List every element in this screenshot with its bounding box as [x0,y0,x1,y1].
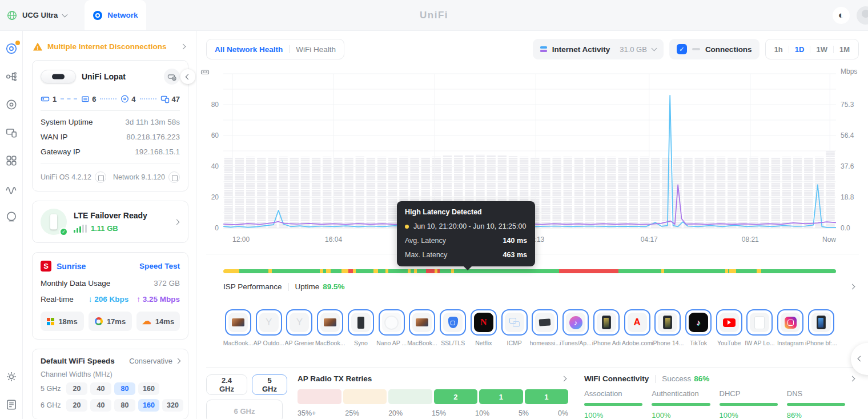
tab-network[interactable]: Network [85,0,146,30]
client-icon-box[interactable] [716,309,742,336]
client-item[interactable]: SSL/TLS [438,309,468,346]
theme-toggle-button[interactable]: ◐ [833,7,850,24]
channel-width-option[interactable]: 80 [114,399,135,412]
client-item[interactable]: MacBook... [223,309,253,346]
isp-performance-bar[interactable] [223,269,836,273]
release-notes-icon[interactable] [95,171,106,183]
info-label: Gateway IP [41,147,81,156]
range-1d[interactable]: 1D [789,45,810,54]
activity-bars-icon [540,46,547,52]
channel-width-option[interactable]: 160 [138,382,159,395]
client-icon-box[interactable] [225,309,251,336]
client-icon-box[interactable] [409,309,435,336]
client-icon-box[interactable] [379,309,405,336]
chevron-down-icon [651,46,657,51]
client-item[interactable]: homeassi... [530,309,560,346]
client-item[interactable]: AP Outdo... [254,309,284,346]
channel-width-option[interactable]: 160 [138,399,159,412]
ping-microsoft[interactable]: 18ms [41,312,84,331]
client-item[interactable]: TikTok [684,309,713,346]
divider [41,110,180,111]
gateway-settings-button[interactable] [164,69,180,85]
sidebar-item-unifi-devices[interactable] [5,98,18,111]
client-icon-box[interactable] [562,309,589,336]
client-icon-box[interactable] [685,309,712,336]
progress-bar [584,403,642,406]
sidebar-item-topology[interactable] [5,70,18,83]
ping-google[interactable]: 17ms [89,312,132,331]
internet-activity-selector[interactable]: Internet Activity 31.0 GB [533,39,664,59]
tab-wifi-health[interactable]: WiFi Health [296,45,336,54]
channel-width-option[interactable]: 20 [66,382,87,395]
lte-failover-card[interactable]: ✓ LTE Failover Ready 1.11 GB [32,201,188,243]
wifi-mode-button[interactable]: Conservative [129,357,180,365]
client-icon-box[interactable] [777,309,803,336]
range-1h[interactable]: 1h [769,45,789,54]
client-item[interactable]: MacBook... [407,309,437,346]
sidebar-item-system-log[interactable] [5,398,18,411]
band-6ghz-button[interactable]: 6 GHz [206,400,283,419]
ping-cloudflare[interactable]: ☁ 14ms [136,312,180,331]
channel-width-option[interactable]: 40 [90,399,111,412]
sidebar-item-clients[interactable] [5,126,18,139]
panel-collapse-button[interactable] [180,69,195,84]
client-item[interactable]: iPhone Adi [592,309,621,346]
client-icon-box[interactable] [593,309,620,336]
console-switcher[interactable]: UCG Ultra [0,0,85,30]
client-item[interactable]: Nano AP ... [377,309,407,346]
speed-test-button[interactable]: Speed Test [139,262,180,270]
realtime-label: Real-time [41,295,74,304]
band-2-4ghz-button[interactable]: 2.4 GHz [206,374,247,395]
client-item[interactable]: YouTube [714,309,744,346]
avatar[interactable] [857,6,868,25]
client-icon-box[interactable] [317,309,343,336]
alert-multiple-disconnections[interactable]: Multiple Internet Disconnections [32,42,188,51]
band-5ghz-button[interactable]: 5 GHz [252,374,287,395]
client-icon-box[interactable] [654,309,681,336]
wifi-connectivity-section[interactable]: WiFi Connectivity Success 86% Associatio… [584,374,859,419]
channel-width-option[interactable]: 40 [90,382,111,395]
channel-width-option[interactable]: 320 [162,399,183,412]
client-item[interactable]: Syno [346,309,376,346]
release-notes-icon[interactable] [168,171,180,183]
uptime-label: Uptime [295,282,320,291]
client-icon-box[interactable] [471,309,497,336]
client-icon-box[interactable] [746,309,773,336]
client-item[interactable]: Instagram [775,309,805,346]
sidebar-item-radios[interactable] [5,210,18,223]
client-item[interactable]: iPhone bf:... [806,309,836,346]
range-1m[interactable]: 1M [834,45,855,54]
client-item[interactable]: Netflix [469,309,499,346]
client-item[interactable]: AP Grenier [284,309,314,346]
sidebar-item-applications[interactable] [5,154,18,167]
client-item[interactable]: ICMP [500,309,529,346]
client-icon-box[interactable] [440,309,466,336]
channel-width-option[interactable]: 80 [114,382,135,395]
checkbox-checked-icon[interactable]: ✓ [677,44,687,54]
client-item[interactable]: MacBook... [315,309,345,346]
client-icon-box[interactable] [624,309,650,336]
client-icon-box[interactable] [532,309,558,336]
client-icon-box[interactable] [808,309,834,336]
sidebar-item-settings[interactable] [5,370,18,383]
client-icon-box[interactable] [256,309,282,336]
client-item[interactable]: IW AP Lo... [745,309,774,346]
client-item[interactable]: Adobe.com [622,309,652,346]
sidebar-item-statistics[interactable] [5,182,18,195]
client-icon-box[interactable] [286,309,312,336]
client-item[interactable]: iTunes/Ap... [561,309,590,346]
channel-width-option[interactable]: 20 [66,399,87,412]
client-icon-box[interactable] [348,309,374,336]
tab-all-network-health[interactable]: All Network Health [215,45,283,54]
connections-toggle[interactable]: ✓ Connections [669,39,760,59]
tx-bucket [343,389,387,404]
tx-retries-section[interactable]: AP Radio TX Retries 2 1 1 35%+ 25% 20% 1… [298,374,568,417]
client-item[interactable]: iPhone 14... [653,309,682,346]
client-icon-box[interactable] [501,309,528,336]
isp-performance-row[interactable]: ISP Performance Uptime 89.5% [223,282,859,291]
range-1w[interactable]: 1W [810,45,833,54]
tx-bucket [298,389,341,404]
laptop-icon [320,313,340,332]
sidebar-item-dashboard[interactable] [5,42,18,55]
microsoft-logo-icon [47,318,54,325]
